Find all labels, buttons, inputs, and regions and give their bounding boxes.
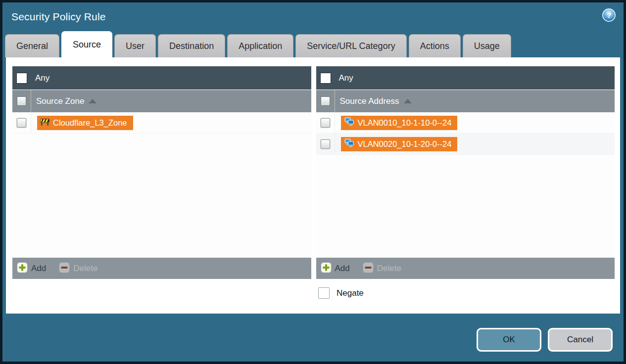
- delete-label: Delete: [73, 264, 97, 273]
- tab-application[interactable]: Application: [227, 34, 293, 57]
- source-zone-panel: Any Source Zone: [12, 66, 311, 279]
- delete-button[interactable]: Delete: [59, 262, 97, 275]
- source-address-column-label: Source Address: [340, 96, 399, 106]
- source-address-footer: Add Delete: [316, 258, 615, 279]
- zone-name: Cloudflare_L3_Zone: [53, 118, 127, 128]
- source-address-column-header[interactable]: Source Address: [316, 90, 615, 112]
- delete-label: Delete: [377, 264, 401, 273]
- network-icon: [344, 138, 354, 150]
- security-policy-rule-dialog: Security Policy Rule ? General Source Us…: [0, 0, 626, 364]
- tab-service-url-category[interactable]: Service/URL Category: [295, 34, 406, 57]
- table-row[interactable]: VLAN0010_10-1-10-0--24: [316, 112, 615, 134]
- address-name: VLAN0020_10-1-20-0--24: [358, 139, 452, 149]
- source-zone-rows: Cloudflare_L3_Zone: [12, 112, 311, 258]
- source-address-panel: Any Source Address: [316, 66, 615, 279]
- source-zone-any-label: Any: [35, 73, 49, 83]
- source-tab-content: Any Source Zone: [6, 57, 620, 314]
- table-row[interactable]: Cloudflare_L3_Zone: [12, 112, 311, 134]
- source-address-any-label: Any: [339, 73, 353, 83]
- add-icon: [17, 262, 28, 275]
- source-zone-column-label: Source Zone: [36, 96, 84, 106]
- negate-label: Negate: [337, 288, 364, 298]
- address-chip[interactable]: VLAN0020_10-1-20-0--24: [341, 137, 458, 151]
- row-checkbox[interactable]: [321, 118, 330, 128]
- ok-button[interactable]: OK: [477, 328, 541, 352]
- help-icon[interactable]: ?: [602, 8, 616, 22]
- tabbar: General Source User Destination Applicat…: [2, 31, 624, 57]
- delete-icon: [59, 262, 70, 275]
- source-zone-any-header: Any: [12, 66, 311, 90]
- tab-usage[interactable]: Usage: [463, 34, 511, 57]
- tab-actions[interactable]: Actions: [409, 34, 461, 57]
- sort-ascending-icon: [404, 99, 412, 103]
- add-label: Add: [335, 264, 350, 273]
- add-button[interactable]: Add: [321, 262, 350, 275]
- row-checkbox[interactable]: [321, 139, 330, 149]
- network-icon: [344, 117, 354, 129]
- add-label: Add: [31, 264, 46, 273]
- sort-ascending-icon: [89, 99, 96, 103]
- tab-source[interactable]: Source: [61, 31, 112, 57]
- address-chip[interactable]: VLAN0010_10-1-10-0--24: [341, 116, 458, 130]
- dialog-buttonbar: OK Cancel: [2, 314, 624, 362]
- address-name: VLAN0010_10-1-10-0--24: [358, 118, 452, 128]
- row-checkbox[interactable]: [17, 118, 26, 128]
- dialog-title: Security Policy Rule: [11, 11, 106, 23]
- zone-chip[interactable]: Cloudflare_L3_Zone: [37, 116, 133, 130]
- table-row[interactable]: VLAN0020_10-1-20-0--24: [316, 134, 615, 155]
- source-address-rows: VLAN0010_10-1-10-0--24: [316, 112, 615, 258]
- cancel-button[interactable]: Cancel: [548, 328, 613, 352]
- source-zone-footer: Add Delete: [12, 258, 311, 279]
- source-address-any-checkbox[interactable]: [320, 73, 331, 84]
- zone-icon: [40, 118, 49, 128]
- source-address-select-all-checkbox[interactable]: [321, 96, 330, 106]
- titlebar: Security Policy Rule ?: [2, 2, 624, 31]
- tab-destination[interactable]: Destination: [158, 34, 225, 57]
- delete-button[interactable]: Delete: [363, 262, 401, 275]
- negate-row: Negate: [318, 287, 615, 299]
- add-button[interactable]: Add: [17, 262, 46, 275]
- delete-icon: [363, 262, 374, 275]
- tab-user[interactable]: User: [114, 34, 156, 57]
- add-icon: [321, 262, 332, 275]
- tab-general[interactable]: General: [5, 34, 59, 57]
- source-zone-select-all-checkbox[interactable]: [17, 96, 26, 106]
- source-zone-any-checkbox[interactable]: [16, 73, 27, 84]
- source-zone-column-header[interactable]: Source Zone: [12, 90, 311, 112]
- source-address-any-header: Any: [316, 66, 615, 90]
- negate-checkbox[interactable]: [318, 287, 330, 299]
